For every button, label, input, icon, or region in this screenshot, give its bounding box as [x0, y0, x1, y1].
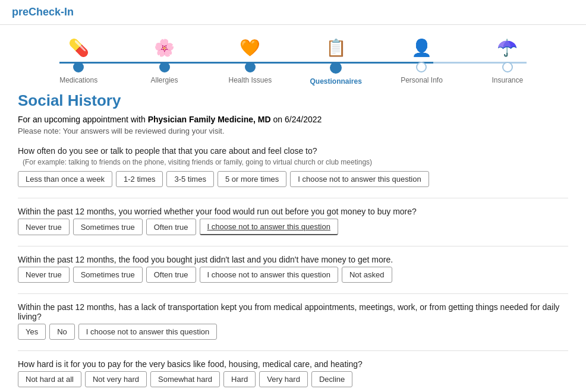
- question-4: Within the past 12 months, has a lack of…: [18, 302, 568, 340]
- q2-opt-3[interactable]: I choose not to answer this question: [200, 219, 338, 235]
- q4-opt-0[interactable]: Yes: [18, 324, 46, 340]
- q2-opt-2[interactable]: Often true: [146, 219, 196, 235]
- personal-info-label: Personal Info: [401, 76, 443, 84]
- content-area: Social History For an upcoming appointme…: [12, 91, 574, 387]
- q5-opt-2[interactable]: Somewhat hard: [150, 371, 220, 387]
- personal-info-circle: [416, 62, 427, 72]
- q2-opt-1[interactable]: Sometimes true: [73, 219, 143, 235]
- page-title: Social History: [18, 91, 568, 110]
- health-issues-circle: [245, 62, 256, 72]
- q3-opt-3[interactable]: I choose not to answer this question: [200, 267, 338, 283]
- divider-3: [18, 293, 568, 294]
- q5-opt-3[interactable]: Hard: [223, 371, 256, 387]
- q5-opt-0[interactable]: Not hard at all: [18, 371, 81, 387]
- questionnaires-circle: [330, 62, 342, 74]
- insurance-icon: ☂️: [497, 37, 518, 58]
- app-header: preCheck-In: [0, 0, 586, 25]
- health-issues-label: Health Issues: [228, 76, 272, 84]
- q4-opt-1[interactable]: No: [49, 324, 75, 340]
- question-1-subtext: (For example: talking to friends on the …: [18, 158, 568, 166]
- q3-opt-2[interactable]: Often true: [146, 267, 196, 283]
- question-3-text: Within the past 12 months, the food you …: [18, 255, 568, 264]
- question-2-text: Within the past 12 months, you worried w…: [18, 207, 568, 216]
- q3-opt-0[interactable]: Never true: [18, 267, 70, 283]
- question-2: Within the past 12 months, you worried w…: [18, 207, 568, 235]
- step-medications[interactable]: 💊 Medications: [36, 37, 121, 84]
- step-insurance[interactable]: ☂️ Insurance: [465, 37, 550, 84]
- stepper: 💊 Medications 🌸 Allergies 🧡 Health Issue…: [12, 25, 574, 91]
- q5-opt-4[interactable]: Very hard: [259, 371, 308, 387]
- q1-opt-3[interactable]: 5 or more times: [218, 171, 286, 187]
- q4-opt-2[interactable]: I choose not to answer this question: [78, 324, 217, 340]
- question-5-options: Not hard at all Not very hard Somewhat h…: [18, 371, 568, 387]
- q5-opt-1[interactable]: Not very hard: [85, 371, 147, 387]
- medications-icon: 💊: [68, 37, 89, 58]
- appointment-info: For an upcoming appointment with Physici…: [18, 115, 568, 124]
- question-5: How hard is it for you to pay for the ve…: [18, 359, 568, 387]
- questionnaires-label: Questionnaires: [310, 77, 361, 86]
- medications-circle: [73, 62, 84, 72]
- question-5-text: How hard is it for you to pay for the ve…: [18, 359, 568, 369]
- step-health-issues[interactable]: 🧡 Health Issues: [207, 37, 293, 84]
- question-2-options: Never true Sometimes true Often true I c…: [18, 219, 568, 235]
- step-personal-info[interactable]: 👤 Personal Info: [379, 37, 464, 84]
- allergies-icon: 🌸: [154, 37, 175, 58]
- allergies-circle: [159, 62, 170, 72]
- appointment-provider: Physician Family Medicine, MD: [148, 115, 271, 124]
- question-4-options: Yes No I choose not to answer this quest…: [18, 324, 568, 340]
- q1-opt-1[interactable]: 1-2 times: [116, 171, 163, 187]
- main-container: 💊 Medications 🌸 Allergies 🧡 Health Issue…: [0, 25, 586, 392]
- step-questionnaires[interactable]: 📋 Questionnaires: [293, 37, 379, 86]
- insurance-circle: [502, 62, 513, 72]
- divider-1: [18, 198, 568, 198]
- q1-opt-0[interactable]: Less than once a week: [18, 171, 112, 187]
- q3-opt-4[interactable]: Not asked: [342, 267, 392, 283]
- question-3-options: Never true Sometimes true Often true I c…: [18, 267, 568, 283]
- q2-opt-0[interactable]: Never true: [18, 219, 70, 235]
- q1-opt-4[interactable]: I choose not to answer this question: [290, 171, 429, 187]
- question-1-text: How often do you see or talk to people t…: [18, 146, 568, 156]
- insurance-label: Insurance: [492, 76, 523, 84]
- q3-opt-1[interactable]: Sometimes true: [73, 267, 143, 283]
- health-issues-icon: 🧡: [240, 37, 260, 58]
- divider-4: [18, 350, 568, 351]
- note-text: Please note: Your answers will be review…: [18, 127, 568, 135]
- appointment-date: on 6/24/2022: [271, 115, 322, 124]
- q5-opt-5[interactable]: Decline: [311, 371, 352, 387]
- step-allergies[interactable]: 🌸 Allergies: [121, 37, 207, 84]
- question-1: How often do you see or talk to people t…: [18, 146, 568, 187]
- question-3: Within the past 12 months, the food you …: [18, 255, 568, 283]
- appointment-prefix: For an upcoming appointment with: [18, 115, 148, 124]
- question-4-text: Within the past 12 months, has a lack of…: [18, 302, 568, 321]
- app-title: preCheck-In: [12, 6, 74, 18]
- medications-label: Medications: [59, 76, 97, 84]
- allergies-label: Allergies: [150, 76, 178, 84]
- personal-info-icon: 👤: [411, 37, 432, 58]
- q1-opt-2[interactable]: 3-5 times: [166, 171, 213, 187]
- question-1-options: Less than once a week 1-2 times 3-5 time…: [18, 171, 568, 187]
- divider-2: [18, 246, 568, 246]
- questionnaires-icon: 📋: [326, 37, 346, 58]
